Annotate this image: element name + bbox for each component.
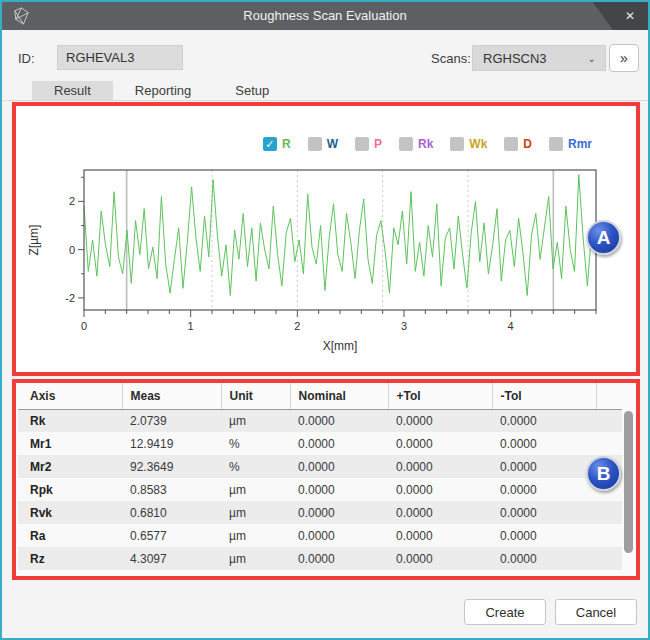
chart-annotation-box: ✓RWPRkWkDRmr 01234-202X[mm]Z[µm] <box>12 102 640 376</box>
table-cell: 0.0000 <box>388 455 492 478</box>
table-scrollbar-thumb[interactable] <box>624 411 633 553</box>
id-input[interactable] <box>57 45 183 70</box>
table-cell: 0.0000 <box>492 455 596 478</box>
svg-text:1: 1 <box>188 320 194 332</box>
table-cell: 0.0000 <box>388 409 492 432</box>
channel-label: R <box>282 137 291 151</box>
expand-scans-button[interactable]: » <box>609 44 639 72</box>
tab-setup[interactable]: Setup <box>213 81 291 101</box>
table-cell: 0.0000 <box>290 478 388 501</box>
table-row-rk[interactable]: Rk2.0739µm0.00000.00000.0000 <box>18 409 622 432</box>
table-cell: 0.0000 <box>388 524 492 547</box>
svg-text:4: 4 <box>508 320 514 332</box>
checkbox-unchecked-icon[interactable] <box>308 137 322 151</box>
annotation-badge-a: A <box>586 220 621 255</box>
table-cell: 0.0000 <box>388 478 492 501</box>
table-cell: 12.9419 <box>122 432 221 455</box>
column-header-tol: -Tol <box>492 383 596 409</box>
column-header-nominal: Nominal <box>290 383 388 409</box>
tab-bar: ResultReportingSetup <box>32 81 291 101</box>
column-header-tol: +Tol <box>388 383 492 409</box>
channel-toggle-rmr[interactable]: Rmr <box>549 137 592 151</box>
table-cell: 0.0000 <box>290 547 388 570</box>
table-cell: % <box>221 432 290 455</box>
channel-label: Rmr <box>568 137 592 151</box>
svg-text:0: 0 <box>81 320 87 332</box>
cancel-button[interactable]: Cancel <box>555 599 637 625</box>
table-row-ra[interactable]: Ra0.6577µm0.00000.00000.0000 <box>18 524 622 547</box>
svg-text:Z[µm]: Z[µm] <box>27 225 41 256</box>
results-table: AxisMeasUnitNominal+Tol-Tol Rk2.0739µm0.… <box>18 383 622 570</box>
table-cell: Ra <box>18 524 122 547</box>
table-cell: Rpk <box>18 478 122 501</box>
create-button[interactable]: Create <box>464 599 546 625</box>
table-cell: Mr1 <box>18 432 122 455</box>
table-row-rz[interactable]: Rz4.3097µm0.00000.00000.0000 <box>18 547 622 570</box>
table-cell: 0.0000 <box>492 547 596 570</box>
channel-toggle-p[interactable]: P <box>355 137 382 151</box>
table-cell: 0.0000 <box>492 409 596 432</box>
title-bar: Roughness Scan Evaluation ✕ <box>2 2 648 30</box>
channel-toggle-w[interactable]: W <box>308 137 338 151</box>
id-label: ID: <box>18 51 35 66</box>
column-header-meas: Meas <box>122 383 221 409</box>
table-cell: µm <box>221 547 290 570</box>
table-cell: 0.0000 <box>492 478 596 501</box>
svg-text:X[mm]: X[mm] <box>323 339 358 353</box>
checkbox-unchecked-icon[interactable] <box>355 137 369 151</box>
roughness-profile-chart: 01234-202X[mm]Z[µm] <box>24 160 624 370</box>
table-header-row: AxisMeasUnitNominal+Tol-Tol <box>18 383 622 409</box>
chevron-down-icon: ⌄ <box>588 53 605 64</box>
scans-dropdown[interactable]: RGHSCN3 ⌄ <box>472 45 606 71</box>
table-row-rpk[interactable]: Rpk0.8583µm0.00000.00000.0000 <box>18 478 622 501</box>
table-cell: 0.0000 <box>388 432 492 455</box>
checkbox-unchecked-icon[interactable] <box>399 137 413 151</box>
column-header-axis: Axis <box>18 383 122 409</box>
checkbox-unchecked-icon[interactable] <box>504 137 518 151</box>
table-cell: Rz <box>18 547 122 570</box>
channel-toggle-d[interactable]: D <box>504 137 532 151</box>
channel-label: Rk <box>418 137 433 151</box>
channel-label: P <box>374 137 382 151</box>
channel-toggle-wk[interactable]: Wk <box>450 137 487 151</box>
dialog-window: Roughness Scan Evaluation ✕ ID: Scans: R… <box>0 0 650 640</box>
channel-label: W <box>327 137 338 151</box>
table-annotation-box: AxisMeasUnitNominal+Tol-Tol Rk2.0739µm0.… <box>12 379 640 580</box>
checkbox-unchecked-icon[interactable] <box>549 137 563 151</box>
channel-label: Wk <box>469 137 487 151</box>
table-cell: 92.3649 <box>122 455 221 478</box>
table-row-mr1[interactable]: Mr112.9419%0.00000.00000.0000 <box>18 432 622 455</box>
close-icon[interactable]: ✕ <box>621 7 639 25</box>
channel-toggle-rk[interactable]: Rk <box>399 137 433 151</box>
table-cell: 0.0000 <box>388 547 492 570</box>
scans-label: Scans: <box>431 51 471 66</box>
tab-bar-underline <box>2 100 648 101</box>
tab-result[interactable]: Result <box>32 81 113 101</box>
table-row-rvk[interactable]: Rvk0.6810µm0.00000.00000.0000 <box>18 501 622 524</box>
checkbox-unchecked-icon[interactable] <box>450 137 464 151</box>
table-cell: µm <box>221 524 290 547</box>
table-cell: 0.0000 <box>492 524 596 547</box>
table-cell: 0.0000 <box>290 409 388 432</box>
table-cell: 0.0000 <box>290 455 388 478</box>
table-cell: µm <box>221 409 290 432</box>
table-cell: 0.0000 <box>290 501 388 524</box>
channel-toggle-r[interactable]: ✓R <box>263 137 291 151</box>
table-scrollbar-track[interactable] <box>624 411 633 573</box>
table-cell: 0.6577 <box>122 524 221 547</box>
checkbox-checked-icon[interactable]: ✓ <box>263 137 277 151</box>
table-cell: 0.0000 <box>290 524 388 547</box>
table-cell: Rk <box>18 409 122 432</box>
channel-checkbox-row: ✓RWPRkWkDRmr <box>263 137 592 151</box>
table-cell: 0.0000 <box>290 432 388 455</box>
table-cell: 2.0739 <box>122 409 221 432</box>
table-cell: Mr2 <box>18 455 122 478</box>
tab-reporting[interactable]: Reporting <box>113 81 213 101</box>
dialog-title: Roughness Scan Evaluation <box>2 2 648 30</box>
table-row-mr2[interactable]: Mr292.3649%0.00000.00000.0000 <box>18 455 622 478</box>
table-cell: % <box>221 455 290 478</box>
table-cell: 0.0000 <box>492 432 596 455</box>
table-cell: Rvk <box>18 501 122 524</box>
table-cell: 0.0000 <box>492 501 596 524</box>
scans-selected-value: RGHSCN3 <box>473 51 588 66</box>
